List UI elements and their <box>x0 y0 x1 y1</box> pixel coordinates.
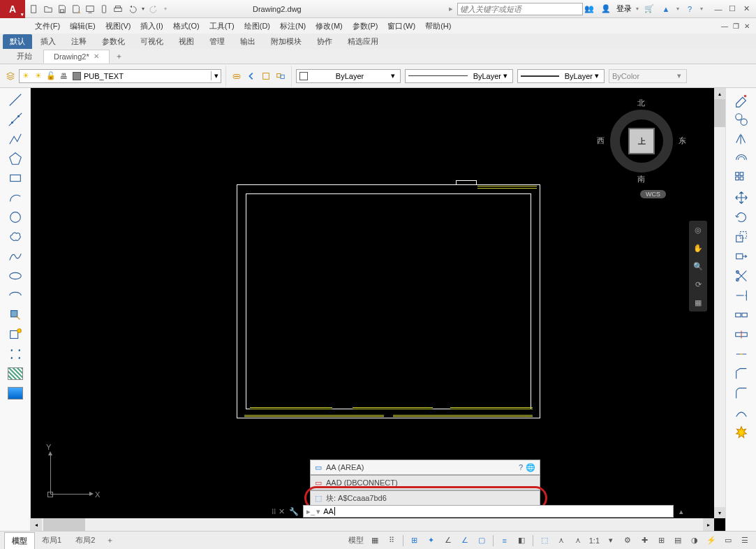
layer-match-icon[interactable] <box>274 70 287 82</box>
explode-tool[interactable] <box>731 423 752 441</box>
ellipse-arc-tool[interactable] <box>5 286 26 305</box>
cmdline-handle[interactable]: ⁞⁞ <box>272 507 276 516</box>
ribbon-tab-default[interactable]: 默认 <box>3 34 32 49</box>
polygon-tool[interactable] <box>5 149 26 168</box>
rotate-tool[interactable] <box>731 208 752 226</box>
stretch-tool[interactable] <box>731 247 752 265</box>
cmdline-customize-icon[interactable]: 🔧 <box>288 505 300 518</box>
menu-param[interactable]: 参数(P) <box>353 21 378 31</box>
scroll-down-icon[interactable]: ▾ <box>714 507 725 518</box>
autocomplete-row-3[interactable]: ⬚ 块: A$Ccaaa7bd6 <box>310 490 540 506</box>
viewcube-north[interactable]: 北 <box>637 98 645 108</box>
break2-tool[interactable] <box>731 325 752 344</box>
offset-tool[interactable] <box>731 149 752 168</box>
redo-dropdown-icon[interactable]: ▾ <box>162 3 169 15</box>
new-icon[interactable] <box>28 3 40 15</box>
signin-icon[interactable]: 👤 <box>600 3 612 15</box>
chamfer-tool[interactable] <box>731 365 752 383</box>
view-cube[interactable]: 上 北 南 西 东 <box>600 99 683 183</box>
layer-isolate-icon[interactable] <box>260 70 272 82</box>
web-icon[interactable]: 🌐 <box>526 463 535 472</box>
layout-tab-model[interactable]: 模型 <box>4 532 35 549</box>
help-icon[interactable]: ? <box>519 463 523 472</box>
selection-cycling-icon[interactable]: ⬚ <box>538 534 551 548</box>
blend-tool[interactable] <box>731 404 752 422</box>
ribbon-tab-parametric[interactable]: 参数化 <box>95 34 132 49</box>
cart-icon[interactable]: 🛒 <box>643 3 655 15</box>
nav-zoom-icon[interactable]: 🔍 <box>692 260 704 272</box>
nav-wheel-icon[interactable]: ◎ <box>692 224 704 236</box>
file-tab-drawing2[interactable]: Drawing2* ✕ <box>43 50 110 64</box>
share-mobile-icon[interactable] <box>98 3 110 15</box>
help-icon[interactable]: ? <box>683 3 696 15</box>
quick-properties-icon[interactable]: ▤ <box>671 534 685 548</box>
menu-help[interactable]: 帮助(H) <box>425 21 451 31</box>
array-tool[interactable] <box>731 169 752 187</box>
redo-icon[interactable] <box>148 3 161 15</box>
workspace-switch-icon[interactable]: ⚙ <box>621 534 635 548</box>
lineweight-dropdown-icon[interactable]: ▾ <box>593 71 601 80</box>
horizontal-scrollbar[interactable]: ◂ ▸ <box>31 518 714 531</box>
ribbon-tab-manage[interactable]: 管理 <box>202 34 232 49</box>
menu-tools[interactable]: 工具(T) <box>209 21 235 31</box>
annotation-monitor-icon[interactable]: ✚ <box>637 534 651 548</box>
point-tool[interactable] <box>5 345 26 363</box>
move-tool[interactable] <box>731 189 752 207</box>
ribbon-tab-collab[interactable]: 协作 <box>310 34 339 49</box>
erase-tool[interactable] <box>731 91 752 109</box>
viewcube-west[interactable]: 西 <box>597 136 605 146</box>
units-icon[interactable]: ⊞ <box>654 534 668 548</box>
ribbon-tab-view[interactable]: 视图 <box>172 34 201 49</box>
open-icon[interactable] <box>42 3 54 15</box>
mdi-close[interactable]: ✕ <box>742 21 752 31</box>
vertical-scrollbar[interactable]: ▴ ▾ <box>714 88 725 518</box>
layer-selector[interactable]: ☀ ☀ 🔓 🖶 PUB_TEXT ▾ <box>19 69 221 83</box>
linetype-dropdown-icon[interactable]: ▾ <box>501 71 510 80</box>
signin-dropdown-icon[interactable]: ▾ <box>636 6 639 12</box>
transparency-toggle-icon[interactable]: ◧ <box>514 534 528 548</box>
menu-modify[interactable]: 修改(M) <box>316 21 343 31</box>
file-tab-start[interactable]: 开始 <box>7 49 42 64</box>
grid-toggle-icon[interactable]: ▦ <box>368 534 382 548</box>
isolate-objects-icon[interactable]: ◑ <box>688 534 702 548</box>
scale-dropdown-icon[interactable]: ▾ <box>604 534 618 548</box>
make-block-tool[interactable] <box>5 325 26 344</box>
lineweight-selector[interactable]: ByLayer ▾ <box>517 69 605 83</box>
ribbon-tab-visualize[interactable]: 可视化 <box>133 34 170 49</box>
customize-status-icon[interactable]: ☰ <box>738 534 752 548</box>
color-selector[interactable]: ByLayer ▾ <box>296 69 401 83</box>
scale-tool[interactable] <box>731 228 752 246</box>
drawing-canvas[interactable]: 上 北 南 西 东 WCS ◎ ✋ 🔍 ⟳ ▦ <box>31 88 725 531</box>
menu-insert[interactable]: 插入(I) <box>140 21 163 31</box>
scroll-up-icon[interactable]: ▴ <box>714 88 725 99</box>
annoscale-icon[interactable]: ⋏ <box>554 534 568 548</box>
signin-label[interactable]: 登录 <box>616 3 632 14</box>
hatch-tool[interactable] <box>5 365 26 383</box>
viewcube-top-face[interactable]: 上 <box>630 129 653 153</box>
layer-manager-icon[interactable] <box>4 70 17 82</box>
menu-dimension[interactable]: 标注(N) <box>280 21 306 31</box>
ribbon-tab-featured[interactable]: 精选应用 <box>341 34 385 49</box>
layer-states-icon[interactable] <box>230 70 243 82</box>
hardware-accel-icon[interactable]: ⚡ <box>704 534 718 548</box>
mdi-minimize[interactable]: ― <box>720 21 729 31</box>
line-tool[interactable] <box>5 91 26 109</box>
extend-tool[interactable] <box>731 286 752 305</box>
polar-toggle-icon[interactable]: ✦ <box>424 534 438 548</box>
command-input[interactable]: ▸_ ▾ AA <box>303 505 674 518</box>
linetype-selector[interactable]: ByLayer ▾ <box>405 69 513 83</box>
nav-orbit-icon[interactable]: ⟳ <box>692 278 704 291</box>
layout-tab-2[interactable]: 布局2 <box>68 532 102 548</box>
color-dropdown-icon[interactable]: ▾ <box>389 71 397 80</box>
share-web-icon[interactable] <box>84 3 96 15</box>
file-tab-new[interactable]: ＋ <box>111 49 127 64</box>
mirror-tool[interactable] <box>731 130 752 148</box>
app-menu-button[interactable]: A <box>0 0 25 18</box>
plot-icon[interactable] <box>112 3 124 15</box>
undo-dropdown-icon[interactable]: ▾ <box>140 3 147 15</box>
cmdline-dropdown-icon[interactable]: ▾ <box>316 507 320 516</box>
ellipse-tool[interactable] <box>5 267 26 285</box>
file-tab-close-icon[interactable]: ✕ <box>94 52 99 60</box>
menu-file[interactable]: 文件(F) <box>35 21 60 31</box>
saveas-icon[interactable] <box>70 3 82 15</box>
